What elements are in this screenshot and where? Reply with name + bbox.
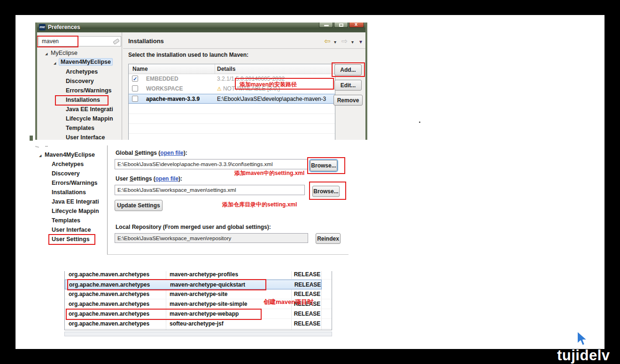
sidebar-item-javaee[interactable]: Java EE Integrati bbox=[66, 106, 113, 113]
artifact-fragment bbox=[30, 136, 33, 141]
myeclipse-logo-icon: me bbox=[39, 24, 46, 30]
forward-icon[interactable]: ⇨ bbox=[341, 37, 348, 46]
watermark-text: tujidelv bbox=[557, 347, 610, 364]
sidebar-item-lifecycle[interactable]: Lifecycle Mappin bbox=[52, 208, 99, 214]
expander-icon[interactable]: ◢ bbox=[54, 61, 56, 65]
annotation-text: 添加仓库目录中的setting.xml bbox=[222, 201, 297, 209]
sidebar-item-myeclipse[interactable]: MyEclipse bbox=[51, 50, 78, 56]
close-button[interactable]: x bbox=[349, 23, 364, 28]
local-repository-field[interactable] bbox=[115, 233, 308, 243]
checkbox-unchecked[interactable] bbox=[132, 85, 138, 91]
column-divider bbox=[215, 64, 215, 74]
sidebar-item-discovery[interactable]: Discovery bbox=[52, 170, 80, 177]
annotation-box-add bbox=[332, 62, 365, 77]
annotation-text: 添加maven中的setting.xml bbox=[234, 169, 304, 177]
row-divider bbox=[129, 133, 335, 134]
minimize-icon bbox=[324, 25, 329, 26]
divider bbox=[122, 32, 122, 140]
back-dropdown-icon[interactable]: ▾ bbox=[334, 39, 336, 45]
annotation-box-quickstart bbox=[67, 279, 266, 290]
sidebar-item-templates[interactable]: Templates bbox=[66, 125, 94, 131]
archetype-table: org.apache.maven.archetypesmaven-archety… bbox=[64, 271, 332, 330]
page-title: Installations bbox=[128, 38, 164, 45]
expander-icon[interactable]: ◢ bbox=[39, 154, 41, 158]
installations-table: Name Details ✓ EMBEDDED 3.2.1/1.5.0.2014… bbox=[128, 64, 335, 140]
annotation-text: 创建maven项目时 bbox=[264, 298, 313, 306]
sidebar-item-user-interface[interactable]: User Interface bbox=[52, 227, 91, 233]
sidebar-item-maven4myeclipse[interactable]: Maven4MyEclipse bbox=[45, 152, 95, 158]
back-icon[interactable]: ⇦ bbox=[324, 37, 330, 46]
column-header-name[interactable]: Name bbox=[132, 66, 148, 72]
annotation-box-webapp bbox=[66, 309, 262, 320]
divider bbox=[123, 48, 365, 49]
table-row-apache-maven[interactable]: apache-maven-3.3.9 E:\Ebook\JavaSE\devel… bbox=[129, 94, 335, 104]
checkbox-unchecked[interactable] bbox=[132, 96, 138, 102]
annotation-box-installations bbox=[55, 95, 108, 106]
annotation-text: 添加maven的安装路径 bbox=[240, 81, 297, 89]
annotation-box-user-settings bbox=[48, 234, 95, 245]
artifact-dot bbox=[419, 121, 420, 123]
sidebar-item-templates[interactable]: Templates bbox=[52, 217, 80, 224]
warning-icon: ⚠ bbox=[217, 86, 222, 91]
view-menu-icon[interactable]: ▾ bbox=[359, 38, 362, 45]
sidebar-item-errors-warnings[interactable]: Errors/Warnings bbox=[66, 87, 111, 94]
preferences-window: me Preferences x ◢ MyEclipse ◢ Maven4MyE… bbox=[35, 23, 367, 140]
minimize-button[interactable] bbox=[319, 23, 333, 28]
titlebar[interactable]: me Preferences x bbox=[35, 23, 367, 32]
annotation-box-search bbox=[37, 36, 78, 47]
row-divider bbox=[129, 114, 335, 114]
artifact-mark bbox=[45, 146, 48, 147]
annotation-box-install-path: 添加maven的安装路径 bbox=[235, 78, 334, 90]
forward-dropdown-icon[interactable]: ▾ bbox=[351, 39, 354, 45]
close-icon: x bbox=[355, 23, 357, 27]
expander-icon[interactable]: ◢ bbox=[45, 52, 47, 56]
remove-button[interactable]: Remove bbox=[333, 95, 363, 106]
sidebar-item-maven4myeclipse[interactable]: Maven4MyEclipse bbox=[59, 59, 113, 65]
sidebar-item-installations[interactable]: Installations bbox=[52, 189, 86, 196]
open-file-link[interactable]: open file bbox=[155, 175, 178, 182]
mouse-cursor-icon bbox=[576, 331, 589, 349]
sidebar-item-lifecycle[interactable]: Lifecycle Mappin bbox=[66, 115, 113, 122]
user-settings-label: User Settings (open file): bbox=[116, 175, 182, 182]
sidebar-item-archetypes[interactable]: Archetypes bbox=[66, 68, 98, 75]
sidebar-item-errors-warnings[interactable]: Errors/Warnings bbox=[52, 180, 97, 186]
edit-button[interactable]: Edit... bbox=[334, 80, 362, 91]
screenshot-canvas: me Preferences x ◢ MyEclipse ◢ Maven4MyE… bbox=[0, 0, 620, 364]
global-settings-field[interactable] bbox=[115, 159, 308, 169]
maximize-icon bbox=[339, 23, 343, 27]
annotation-box-browse-global bbox=[307, 157, 345, 174]
row-divider bbox=[129, 123, 335, 124]
maximize-button[interactable] bbox=[334, 23, 348, 28]
sidebar-item-user-interface[interactable]: User Interface bbox=[66, 134, 105, 140]
reindex-button[interactable]: Reindex bbox=[316, 233, 341, 244]
annotation-box-browse-user bbox=[309, 182, 346, 200]
sidebar-item-javaee[interactable]: Java EE Integrati bbox=[52, 198, 99, 205]
update-settings-button[interactable]: Update Settings bbox=[115, 200, 163, 211]
archetype-row-profiles[interactable]: org.apache.maven.archetypesmaven-archety… bbox=[65, 271, 332, 280]
window-title: Preferences bbox=[48, 24, 80, 30]
table-header: Name Details bbox=[129, 64, 335, 74]
checkbox-checked[interactable]: ✓ bbox=[132, 76, 138, 82]
column-header-details[interactable]: Details bbox=[217, 66, 235, 72]
global-settings-label: Global Settings (open file): bbox=[116, 150, 187, 156]
archetype-row-softeu-jsf[interactable]: org.apache.maven.archetypessofteu-archet… bbox=[65, 319, 332, 329]
sidebar-item-discovery[interactable]: Discovery bbox=[66, 78, 94, 84]
open-file-link[interactable]: open file bbox=[160, 150, 183, 156]
horizontal-scrollbar[interactable] bbox=[64, 332, 332, 336]
sidebar-item-archetypes[interactable]: Archetypes bbox=[52, 161, 84, 167]
user-settings-panel: Global Settings (open file): Browse... 添… bbox=[107, 145, 349, 255]
local-repository-label: Local Repository (From merged user and g… bbox=[116, 224, 271, 230]
instruction-text: Select the installation used to launch M… bbox=[128, 52, 248, 58]
user-settings-field[interactable] bbox=[115, 185, 305, 195]
